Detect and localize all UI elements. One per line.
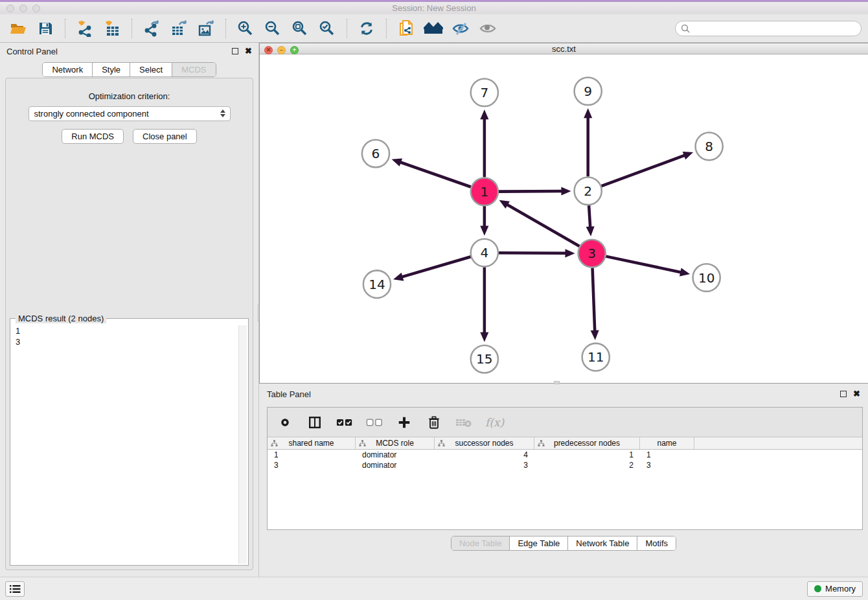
zoom-out-button[interactable] [261,17,284,40]
close-table-panel-icon[interactable]: ✖ [853,391,860,397]
table-cell[interactable]: 1 [534,450,640,459]
table-settings-button[interactable] [277,414,293,431]
home-button[interactable] [422,17,445,40]
control-panel: Control Panel ✖ Network Style Select MCD… [0,43,259,577]
column-header-MCDS-role[interactable]: MCDS role [356,437,435,449]
add-column-button[interactable] [396,414,413,431]
close-window-button[interactable] [6,5,14,12]
memory-status-icon [814,585,821,592]
import-table-button[interactable] [100,17,124,40]
task-list-icon [9,584,21,594]
mcds-result-node: 3 [12,336,247,347]
open-session-button[interactable] [6,17,30,40]
table-panel: Table Panel ✖ [259,384,868,577]
column-header-name[interactable]: name [640,437,694,449]
tab-style[interactable]: Style [93,63,130,76]
tab-motifs[interactable]: Motifs [637,537,676,550]
graph-edge-2-8[interactable] [601,156,685,187]
table-row[interactable]: 1dominator411 [268,450,862,460]
home-icon [424,21,443,36]
graph-edge-1-6[interactable] [400,162,471,187]
float-table-panel-icon[interactable] [840,391,847,397]
show-panel-button[interactable] [476,17,499,40]
deselect-all-button[interactable] [366,414,383,431]
export-image-button[interactable] [194,17,218,40]
graph-edge-3-1[interactable] [507,205,580,247]
network-maximize-button[interactable]: + [290,46,299,54]
tab-network-table[interactable]: Network Table [568,537,637,550]
memory-button[interactable]: Memory [807,581,863,597]
add-column-icon [397,415,411,430]
network-view-window: ✕ – + scc.txt 7968124314101511 [259,43,868,384]
table-cell[interactable]: 2 [534,461,640,470]
network-canvas[interactable]: 7968124314101511 [260,54,868,383]
tab-edge-table[interactable]: Edge Table [510,537,568,550]
export-network-button[interactable] [140,17,163,40]
table-tabs: Node Table Edge Table Network Table Moti… [259,536,868,551]
graph-edge-3-10[interactable] [606,257,681,273]
column-header-predecessor-nodes[interactable]: predecessor nodes [534,437,640,449]
graph-edge-3-11[interactable] [593,268,595,332]
delete-column-button[interactable] [426,414,442,431]
node-table: shared nameMCDS rolesuccessor nodesprede… [268,437,862,470]
refresh-view-button[interactable] [355,17,378,40]
result-scrollbar[interactable] [238,325,247,564]
search-input[interactable] [693,24,856,33]
export-table-button[interactable] [167,17,190,40]
close-panel-icon[interactable]: ✖ [245,48,252,54]
table-row[interactable]: 3dominator323 [268,460,862,470]
column-header-successor-nodes[interactable]: successor nodes [435,437,534,449]
mcds-result-list[interactable]: 13 [12,325,247,564]
column-layout-button[interactable] [306,414,323,431]
close-panel-button[interactable]: Close panel [133,129,197,144]
table-cell[interactable]: 1 [268,450,356,459]
task-history-button[interactable] [5,581,25,597]
table-cell[interactable]: dominator [356,461,435,470]
save-session-button[interactable] [34,17,57,40]
table-splitter-handle[interactable] [554,381,560,384]
zoom-selected-button[interactable] [315,17,339,40]
maximize-window-button[interactable] [32,5,40,12]
column-type-icon [438,440,445,447]
table-cell[interactable]: 1 [640,450,694,459]
optimization-criterion-select[interactable]: strongly connected component [29,106,231,121]
import-network-icon [76,20,93,37]
open-session-icon [10,21,27,36]
graph-edge-1-2[interactable] [499,191,563,192]
table-cell[interactable]: 3 [435,461,534,470]
zoom-in-button[interactable] [234,17,257,40]
minimize-window-button[interactable] [19,5,27,12]
hide-panel-button[interactable] [449,17,472,40]
tab-select[interactable]: Select [130,63,172,76]
delete-table-button[interactable] [455,414,472,431]
search-field[interactable] [675,21,862,36]
import-network-button[interactable] [73,17,97,40]
graph-edge-2-3[interactable] [589,205,590,228]
graph-node-label-9: 9 [584,84,592,99]
table-cell[interactable]: 3 [640,461,694,470]
float-panel-icon[interactable] [232,48,238,54]
network-graph[interactable]: 7968124314101511 [260,54,868,383]
run-mcds-button[interactable]: Run MCDS [62,129,124,144]
function-builder-button[interactable]: f(x) [485,414,504,431]
tab-mcds[interactable]: MCDS [172,63,215,76]
graph-edge-4-3[interactable] [499,253,567,253]
table-cell[interactable]: dominator [356,450,435,459]
tab-node-table[interactable]: Node Table [451,537,510,550]
new-network-button[interactable] [394,17,418,40]
network-minimize-button[interactable]: – [277,46,286,54]
function-builder-icon: f(x) [485,416,504,429]
table-cell[interactable]: 3 [268,461,356,470]
application-window: Session: New Session [0,0,868,600]
graph-edge-arrowhead [683,152,693,159]
tab-network[interactable]: Network [43,63,93,76]
column-header-shared-name[interactable]: shared name [268,437,356,449]
select-all-button[interactable] [336,414,353,431]
zoom-fit-button[interactable] [288,17,312,40]
graph-edge-4-14[interactable] [402,257,471,277]
window-controls [6,5,40,12]
window-titlebar: Session: New Session [0,0,868,14]
table-cell[interactable]: 4 [435,450,534,459]
graph-edge-arrowhead [480,226,488,236]
network-close-button[interactable]: ✕ [264,46,273,54]
